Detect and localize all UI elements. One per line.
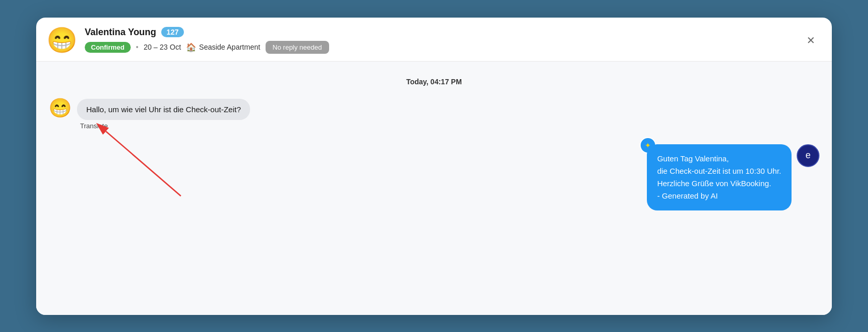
outgoing-wrapper: ✦ Guten Tag Valentina,die Check-out-Zeit…	[647, 144, 819, 210]
no-reply-badge: No reply needed	[266, 41, 329, 54]
incoming-avatar: 😁	[49, 99, 72, 117]
property-name: Seaside Apartment	[199, 43, 260, 51]
dot-separator: •	[136, 43, 138, 51]
header-bottom-row: Confirmed • 20 – 23 Oct 🏠 Seaside Apartm…	[85, 41, 795, 54]
message-count-badge: 127	[161, 27, 183, 37]
modal-header: 😁 Valentina Young 127 Confirmed • 20 – 2…	[36, 18, 832, 62]
annotation-arrow	[78, 111, 202, 204]
house-icon: 🏠	[186, 42, 196, 52]
confirmed-badge: Confirmed	[85, 42, 131, 53]
booking-dates: 20 – 23 Oct	[144, 43, 181, 51]
timestamp-row: Today, 04:17 PM	[49, 72, 819, 86]
guest-name: Valentina Young	[85, 27, 156, 38]
timestamp-text: Today, 04:17 PM	[406, 78, 462, 86]
header-top-row: Valentina Young 127	[85, 27, 795, 38]
property-group: 🏠 Seaside Apartment	[186, 42, 260, 52]
guest-avatar: 😁	[47, 28, 78, 53]
outgoing-bubble: Guten Tag Valentina,die Check-out-Zeit i…	[647, 144, 792, 210]
header-info: Valentina Young 127 Confirmed • 20 – 23 …	[85, 27, 795, 54]
sender-avatar: e	[797, 144, 819, 167]
close-button[interactable]: ✕	[802, 32, 819, 49]
sender-initial: e	[805, 150, 811, 161]
svg-line-1	[106, 131, 181, 196]
modal-body: Today, 04:17 PM 😁 Hallo, um wie viel Uhr…	[36, 62, 832, 315]
chat-modal: 😁 Valentina Young 127 Confirmed • 20 – 2…	[36, 18, 832, 315]
